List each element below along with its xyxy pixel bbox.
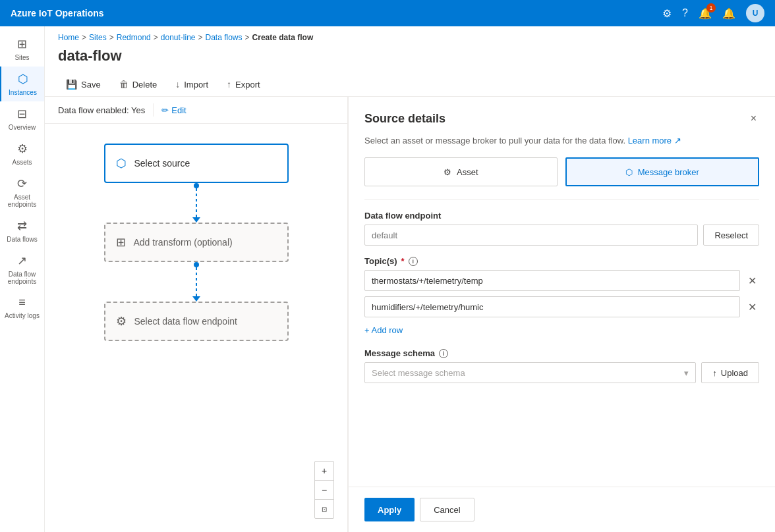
endpoint-node[interactable]: ⚙ Select data flow endpoint: [104, 302, 289, 341]
sidebar-item-assets[interactable]: ⚙ Assets: [0, 136, 44, 171]
upload-icon: ↑: [712, 368, 717, 378]
bell-icon[interactable]: 🔔: [722, 7, 735, 20]
upload-button[interactable]: ↑ Upload: [701, 362, 759, 383]
save-icon: 💾: [66, 79, 77, 90]
breadcrumb-sites[interactable]: Sites: [89, 33, 107, 42]
avatar[interactable]: U: [746, 4, 764, 22]
reselect-button[interactable]: Reselect: [703, 225, 759, 246]
zoom-in-button[interactable]: +: [315, 462, 333, 480]
endpoint-section: Data flow endpoint Reselect: [349, 211, 775, 256]
connector-1: [192, 183, 200, 223]
data-flows-icon: ⇄: [17, 219, 27, 233]
zoom-out-button[interactable]: −: [315, 481, 333, 499]
sidebar-label-activity-logs: Activity logs: [5, 312, 40, 319]
topic-clear-2[interactable]: ✕: [745, 300, 759, 315]
asset-type-button[interactable]: ⚙ Asset: [364, 157, 558, 186]
schema-label: Message schema i: [364, 348, 759, 358]
transform-node-label: Add transform (optional): [134, 237, 233, 248]
delete-icon: 🗑: [119, 79, 129, 90]
save-label: Save: [81, 80, 101, 90]
learn-more-link[interactable]: Learn more ↗: [628, 136, 681, 146]
breadcrumb-home[interactable]: Home: [58, 33, 79, 42]
topic-row-2: ✕: [364, 296, 759, 317]
export-icon: ↑: [227, 79, 231, 90]
cancel-button[interactable]: Cancel: [420, 498, 474, 521]
toolbar: 💾 Save 🗑 Delete ↓ Import ↑ Export: [45, 72, 775, 97]
canvas-content: ⬡ Select source ⊞ Add transform (optiona…: [45, 124, 347, 532]
sidebar-item-activity-logs[interactable]: ≡ Activity logs: [0, 290, 44, 325]
sidebar-item-overview[interactable]: ⊟ Overview: [0, 101, 44, 136]
breadcrumb-current: Create data flow: [252, 33, 314, 42]
apply-button[interactable]: Apply: [364, 498, 415, 521]
asset-label: Asset: [457, 167, 478, 177]
delete-button[interactable]: 🗑 Delete: [111, 75, 165, 93]
export-label: Export: [235, 80, 260, 90]
topic-input-2[interactable]: [364, 296, 740, 317]
breadcrumb-data-flows[interactable]: Data flows: [206, 33, 243, 42]
schema-section: Message schema i Select message schema ▾…: [349, 348, 775, 394]
breadcrumb-donut-line[interactable]: donut-line: [161, 33, 196, 42]
connector-line-1: [196, 188, 197, 217]
topic-input-1[interactable]: [364, 270, 740, 291]
main-layout: ⊞ Sites ⬡ Instances ⊟ Overview ⚙ Assets …: [0, 26, 775, 532]
asset-icon: ⚙: [444, 167, 451, 177]
connector-arrow-1: [192, 217, 200, 223]
activity-logs-icon: ≡: [18, 296, 26, 309]
add-row-button[interactable]: + Add row: [364, 323, 403, 338]
sidebar-item-instances[interactable]: ⬡ Instances: [0, 66, 44, 101]
connector-dot-2: [194, 262, 199, 267]
endpoint-input[interactable]: [364, 225, 698, 246]
endpoint-node-icon: ⚙: [116, 314, 127, 329]
delete-label: Delete: [132, 80, 158, 90]
import-icon: ↓: [175, 79, 180, 90]
overview-icon: ⊟: [17, 107, 27, 121]
edit-button[interactable]: ✏ Edit: [161, 105, 186, 115]
top-nav: Azure IoT Operations ⚙ ? 🔔 1 🔔 U: [0, 0, 775, 26]
instances-icon: ⬡: [18, 72, 28, 86]
settings-icon[interactable]: ⚙: [662, 7, 672, 20]
export-button[interactable]: ↑ Export: [219, 75, 268, 93]
required-indicator: *: [401, 256, 405, 266]
page-title-bar: data-flow: [45, 45, 775, 72]
assets-icon: ⚙: [17, 142, 28, 156]
zoom-fit-button[interactable]: ⊡: [315, 500, 333, 518]
schema-info-icon[interactable]: i: [439, 349, 448, 358]
dataflow-status: Data flow enabled: Yes: [58, 105, 145, 115]
topics-info-icon[interactable]: i: [409, 257, 418, 266]
panel-footer: Apply Cancel: [349, 487, 775, 532]
notifications-icon[interactable]: 🔔 1: [699, 7, 712, 20]
import-button[interactable]: ↓ Import: [167, 75, 216, 93]
panel-divider: [364, 200, 759, 200]
schema-select[interactable]: Select message schema ▾: [364, 362, 696, 383]
sidebar-item-data-flow-endpoints[interactable]: ↗ Data flow endpoints: [0, 248, 44, 290]
broker-label: Message broker: [638, 167, 699, 177]
broker-type-button[interactable]: ⬡ Message broker: [565, 157, 760, 186]
sidebar-label-instances: Instances: [9, 89, 37, 96]
canvas-area: Data flow enabled: Yes ✏ Edit ⬡ Select s…: [45, 97, 348, 532]
breadcrumb-redmond[interactable]: Redmond: [117, 33, 151, 42]
sidebar-item-data-flows[interactable]: ⇄ Data flows: [0, 213, 44, 248]
panel-close-button[interactable]: ×: [748, 110, 759, 127]
connector-dot-1: [194, 183, 199, 188]
source-type-row: ⚙ Asset ⬡ Message broker: [349, 157, 775, 200]
sidebar-item-sites[interactable]: ⊞ Sites: [0, 32, 44, 66]
panel-title: Source details: [364, 112, 445, 126]
notification-badge: 1: [706, 3, 716, 13]
panel-subtitle: Select an asset or message broker to pul…: [349, 135, 775, 157]
help-icon[interactable]: ?: [682, 7, 688, 19]
source-node[interactable]: ⬡ Select source: [104, 144, 289, 183]
sidebar-label-asset-endpoints: Asset endpoints: [3, 194, 42, 208]
enabled-bar: Data flow enabled: Yes ✏ Edit: [45, 97, 347, 124]
page-title: data-flow: [58, 47, 762, 65]
sidebar: ⊞ Sites ⬡ Instances ⊟ Overview ⚙ Assets …: [0, 26, 45, 532]
connector-arrow-2: [192, 296, 200, 302]
transform-node-icon: ⊞: [116, 235, 126, 250]
side-panel: Source details × Select an asset or mess…: [348, 97, 775, 532]
topic-clear-1[interactable]: ✕: [745, 273, 759, 288]
connector-2: [192, 262, 200, 302]
transform-node[interactable]: ⊞ Add transform (optional): [104, 223, 289, 262]
endpoint-row: Reselect: [364, 225, 759, 246]
endpoint-label: Data flow endpoint: [364, 211, 759, 221]
save-button[interactable]: 💾 Save: [58, 75, 109, 93]
sidebar-item-asset-endpoints[interactable]: ⟳ Asset endpoints: [0, 171, 44, 213]
